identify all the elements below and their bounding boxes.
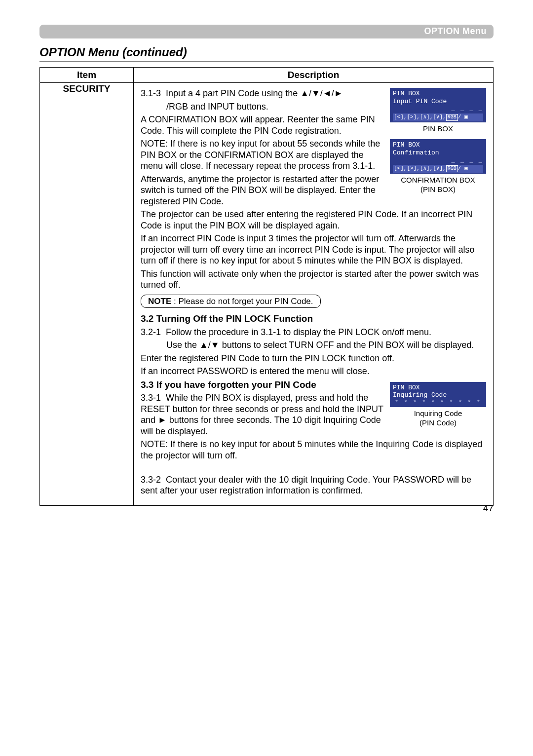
description-cell: PIN BOX Input PIN Code _ _ _ _ [<],[>],[… <box>134 83 494 506</box>
pinbox-caption: PIN BOX <box>390 123 486 140</box>
para-32d: If an incorrect PASSWORD is entered the … <box>141 366 486 377</box>
play-icon: / ▣ <box>458 165 468 171</box>
header-bar: OPTION Menu <box>39 25 494 38</box>
col-header-description: Description <box>134 68 494 83</box>
para-321-line1: Follow the procedure in 3.1-1 to display… <box>166 327 431 337</box>
para-after2: The projector can be used after entering… <box>141 209 486 231</box>
confbox-prompt: Confirmation <box>393 149 483 157</box>
content-table: Item Description SECURITY PIN BOX Input … <box>39 67 494 506</box>
arrow-icons: [<],[>],[∧],[∨], <box>394 165 446 171</box>
confbox-caption-line1: CONFIRMATION BOX <box>401 176 475 184</box>
para-321: 3.2-1 Follow the procedure in 3.1-1 to d… <box>141 327 486 338</box>
confbox-title: PIN BOX <box>393 141 483 149</box>
para-331-num: 3.3-1 <box>141 393 161 403</box>
section-title: OPTION Menu (continued) <box>39 45 494 62</box>
header-bar-label: OPTION Menu <box>424 26 487 37</box>
inquiring-figure: PIN BOX Inquiring Code * * * * * * * * *… <box>390 382 486 434</box>
inquiring-box: PIN BOX Inquiring Code * * * * * * * * *… <box>390 382 486 408</box>
confbox-icons-row: [<],[>],[∧],[∨],RGB/ ▣ <box>393 165 483 173</box>
play-icon: / ▣ <box>458 114 468 120</box>
rgb-icon: RGB <box>446 114 458 121</box>
para-32c: Enter the registered PIN Code to turn th… <box>141 353 486 364</box>
confirmation-box: PIN BOX Confirmation _ _ _ _ [<],[>],[∧]… <box>390 139 486 174</box>
heading-32: 3.2 Turning Off the PIN LOCK Function <box>141 313 486 325</box>
confbox-caption-line2: (PIN BOX) <box>420 185 456 193</box>
pinbox-digits: _ _ _ _ <box>393 105 483 112</box>
para-332-num: 3.3-2 <box>141 475 161 485</box>
inqbox-prompt: Inquiring Code <box>393 391 483 399</box>
inqbox-caption: Inquiring Code (PIN Code) <box>390 408 486 434</box>
inqbox-caption-line2: (PIN Code) <box>419 418 457 427</box>
confbox-digits: _ _ _ _ <box>393 157 483 164</box>
item-cell-security: SECURITY <box>40 83 134 506</box>
inqbox-caption-line1: Inquiring Code <box>414 409 462 417</box>
para-321-num: 3.2-1 <box>141 327 161 337</box>
note-label: NOTE <box>148 297 171 306</box>
note-capsule: NOTE : Please do not forget your PIN Cod… <box>141 295 321 308</box>
para-after3: If an incorrect PIN Code is input 3 time… <box>141 233 486 266</box>
pinbox-prompt: Input PIN Code <box>393 98 483 106</box>
para-321-line2: Use the ▲/▼ buttons to select TURN OFF a… <box>141 340 486 351</box>
inqbox-title: PIN BOX <box>393 384 483 392</box>
para-332: 3.3-2 Contact your dealer with the 10 di… <box>141 474 486 496</box>
inqbox-stars: * * * * * * * * * * <box>393 399 483 406</box>
pinbox-figure-group: PIN BOX Input PIN Code _ _ _ _ [<],[>],[… <box>390 88 486 200</box>
para-after4: This function will activate only when th… <box>141 268 486 291</box>
rgb-icon: RGB <box>446 165 458 172</box>
note-text: : Please do not forget your PIN Code. <box>171 297 313 306</box>
col-header-item: Item <box>40 68 134 83</box>
para-331-text: While the PIN BOX is displayed, press an… <box>141 393 383 436</box>
para-332-text: Contact your dealer with the 10 digit In… <box>141 475 471 496</box>
arrow-icons: [<],[>],[∧],[∨], <box>394 114 446 120</box>
pinbox-icons-row: [<],[>],[∧],[∨],RGB/ ▣ <box>393 113 483 121</box>
page-number: 47 <box>483 503 494 514</box>
para-313-line1: Input a 4 part PIN Code using the ▲/▼/◄/… <box>166 88 343 98</box>
confbox-caption: CONFIRMATION BOX (PIN BOX) <box>390 175 486 200</box>
para-313-num: 3.1-3 <box>141 88 161 98</box>
pinbox-title: PIN BOX <box>393 90 483 98</box>
pinbox-input: PIN BOX Input PIN Code _ _ _ _ [<],[>],[… <box>390 88 486 122</box>
para-331-note: NOTE: If there is no key input for about… <box>141 439 486 461</box>
